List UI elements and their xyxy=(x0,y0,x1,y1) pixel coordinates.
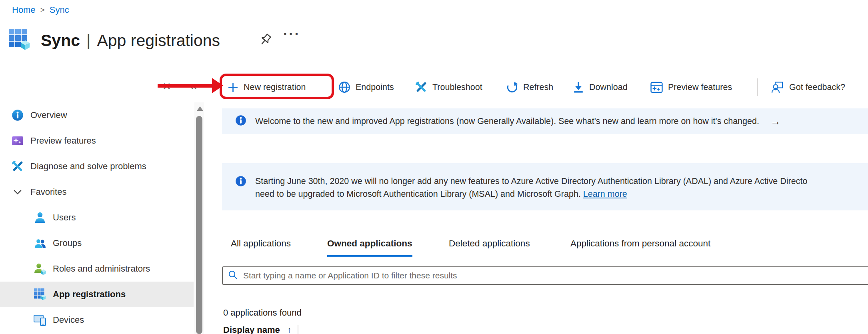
endpoints-label: Endpoints xyxy=(356,82,394,92)
sidebar-item-preview-features[interactable]: Preview features xyxy=(0,128,194,154)
sort-ascending-icon: ↑ xyxy=(287,325,292,334)
sidebar-label: Preview features xyxy=(30,136,96,146)
banner-arrow-link[interactable]: → xyxy=(770,115,781,128)
sidebar-label: Devices xyxy=(53,315,84,325)
download-button[interactable]: Download xyxy=(573,75,628,99)
learn-more-link[interactable]: Learn more xyxy=(583,189,627,199)
search-input[interactable] xyxy=(242,270,868,281)
download-icon xyxy=(573,82,584,93)
feedback-button[interactable]: Got feedback? xyxy=(771,75,845,99)
search-icon xyxy=(228,270,238,281)
breadcrumb-home-link[interactable]: Home xyxy=(12,5,36,15)
applications-count: 0 applications found xyxy=(223,308,302,318)
sparkles-icon xyxy=(11,134,24,147)
annotation-highlight-box xyxy=(220,74,334,99)
tools-icon xyxy=(415,81,427,93)
page-title: Sync | App registrations xyxy=(41,31,220,50)
tab-applications-personal-account[interactable]: Applications from personal account xyxy=(570,238,710,255)
banner-line-2: need to be upgraded to Microsoft Authent… xyxy=(255,188,855,200)
sidebar-label: Groups xyxy=(53,238,82,248)
sidebar-item-groups[interactable]: Groups xyxy=(0,230,194,256)
banner-line-1: Starting June 30th, 2020 we will no long… xyxy=(255,175,855,188)
banner-text: Starting June 30th, 2020 we will no long… xyxy=(255,175,855,200)
filter-search-box[interactable] xyxy=(222,266,868,285)
banner-text: Welcome to the new and improved App regi… xyxy=(255,116,759,126)
preview-features-label: Preview features xyxy=(668,82,732,92)
feedback-person-icon xyxy=(771,81,784,93)
sidebar-label: Overview xyxy=(30,110,67,120)
download-label: Download xyxy=(589,82,628,92)
more-options-button[interactable]: ··· xyxy=(283,26,300,42)
app-registrations-icon xyxy=(9,29,30,52)
refresh-label: Refresh xyxy=(523,82,553,92)
refresh-button[interactable]: Refresh xyxy=(506,75,553,99)
breadcrumb-sync-link[interactable]: Sync xyxy=(50,5,69,15)
preview-features-icon xyxy=(650,82,663,93)
endpoints-button[interactable]: Endpoints xyxy=(338,75,394,99)
sidebar-group-favorites[interactable]: Favorites xyxy=(0,179,194,205)
breadcrumb: Home > Sync xyxy=(12,5,69,15)
group-icon xyxy=(34,237,46,250)
pin-icon[interactable] xyxy=(258,33,274,50)
column-label: Display name xyxy=(223,325,280,334)
annotation-arrow-line xyxy=(158,84,213,88)
info-banner-welcome: Welcome to the new and improved App regi… xyxy=(222,108,868,134)
feedback-label: Got feedback? xyxy=(789,82,845,92)
sidebar-item-overview[interactable]: Overview xyxy=(0,102,194,128)
info-icon xyxy=(235,115,246,128)
info-banner-adal: Starting June 30th, 2020 we will no long… xyxy=(222,163,868,210)
troubleshoot-label: Troubleshoot xyxy=(432,82,482,92)
sidebar-item-users[interactable]: Users xyxy=(0,205,194,230)
tab-owned-applications[interactable]: Owned applications xyxy=(327,238,412,257)
breadcrumb-chevron-icon: > xyxy=(40,6,45,14)
chevron-down-icon xyxy=(11,186,24,198)
page-header: Sync | App registrations xyxy=(9,29,220,52)
info-icon xyxy=(235,176,246,188)
tab-deleted-applications[interactable]: Deleted applications xyxy=(449,238,530,255)
info-icon xyxy=(11,109,24,122)
sidebar-item-devices[interactable]: Devices xyxy=(0,307,194,333)
sidebar-label: Roles and administrators xyxy=(53,264,150,274)
troubleshoot-button[interactable]: Troubleshoot xyxy=(415,75,482,99)
tools-icon xyxy=(11,160,24,173)
tab-all-applications[interactable]: All applications xyxy=(231,238,291,255)
sidebar-label: Users xyxy=(53,212,76,223)
toolbar-divider xyxy=(757,78,758,96)
user-icon xyxy=(34,211,46,224)
globe-icon xyxy=(338,81,350,93)
sidebar-item-app-registrations[interactable]: App registrations xyxy=(0,282,194,307)
column-header-display-name[interactable]: Display name ↑ xyxy=(223,325,298,334)
column-divider xyxy=(298,325,298,334)
role-person-icon xyxy=(34,262,46,275)
sidebar-item-roles[interactable]: Roles and administrators xyxy=(0,256,194,282)
preview-features-button[interactable]: Preview features xyxy=(650,75,732,99)
devices-icon xyxy=(34,314,46,326)
sidebar-scrollbar-thumb[interactable] xyxy=(196,116,202,334)
sidebar-label: App registrations xyxy=(53,289,126,300)
sidebar-label: Diagnose and solve problems xyxy=(30,161,146,172)
sidebar-item-diagnose[interactable]: Diagnose and solve problems xyxy=(0,154,194,179)
scrollbar-up-arrow[interactable] xyxy=(197,106,203,111)
refresh-icon xyxy=(506,82,518,93)
sidebar-label: Favorites xyxy=(30,187,66,197)
app-registrations-icon xyxy=(34,288,46,301)
